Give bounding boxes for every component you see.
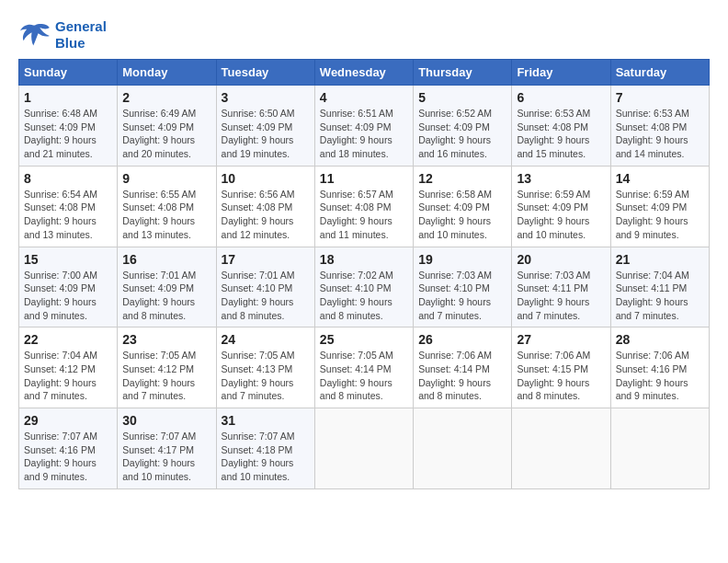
day-number: 1 bbox=[24, 90, 112, 105]
calendar-cell bbox=[610, 408, 709, 489]
day-number: 28 bbox=[616, 332, 704, 347]
calendar-cell: 8 Sunrise: 6:54 AMSunset: 4:08 PMDayligh… bbox=[19, 166, 118, 247]
calendar-cell: 27 Sunrise: 7:06 AMSunset: 4:15 PMDaylig… bbox=[512, 327, 610, 408]
day-info: Sunrise: 6:50 AMSunset: 4:09 PMDaylight:… bbox=[222, 108, 295, 159]
logo-icon bbox=[18, 21, 51, 49]
weekday-header-thursday: Thursday bbox=[414, 60, 512, 86]
calendar-cell: 1 Sunrise: 6:48 AMSunset: 4:09 PMDayligh… bbox=[19, 86, 118, 167]
day-info: Sunrise: 7:03 AMSunset: 4:10 PMDaylight:… bbox=[418, 270, 492, 321]
day-info: Sunrise: 7:03 AMSunset: 4:11 PMDaylight:… bbox=[517, 270, 590, 321]
calendar-cell: 24 Sunrise: 7:05 AMSunset: 4:13 PMDaylig… bbox=[216, 327, 314, 408]
day-number: 23 bbox=[122, 332, 210, 347]
weekday-header-wednesday: Wednesday bbox=[314, 60, 413, 86]
calendar-cell: 7 Sunrise: 6:53 AMSunset: 4:08 PMDayligh… bbox=[610, 86, 709, 167]
calendar-cell: 14 Sunrise: 6:59 AMSunset: 4:09 PMDaylig… bbox=[610, 166, 709, 247]
calendar-cell bbox=[314, 408, 413, 489]
calendar-cell: 29 Sunrise: 7:07 AMSunset: 4:16 PMDaylig… bbox=[19, 408, 118, 489]
day-number: 15 bbox=[24, 252, 112, 267]
calendar-cell: 16 Sunrise: 7:01 AMSunset: 4:09 PMDaylig… bbox=[118, 247, 216, 327]
day-info: Sunrise: 7:04 AMSunset: 4:11 PMDaylight:… bbox=[616, 270, 689, 321]
calendar-body: 1 Sunrise: 6:48 AMSunset: 4:09 PMDayligh… bbox=[19, 86, 710, 489]
day-info: Sunrise: 6:59 AMSunset: 4:09 PMDaylight:… bbox=[616, 189, 689, 240]
header: General Blue bbox=[18, 18, 710, 52]
weekday-header-row: SundayMondayTuesdayWednesdayThursdayFrid… bbox=[19, 60, 710, 86]
day-info: Sunrise: 6:55 AMSunset: 4:08 PMDaylight:… bbox=[122, 189, 196, 240]
calendar-cell: 25 Sunrise: 7:05 AMSunset: 4:14 PMDaylig… bbox=[314, 327, 413, 408]
calendar-cell: 4 Sunrise: 6:51 AMSunset: 4:09 PMDayligh… bbox=[314, 86, 413, 167]
day-number: 19 bbox=[418, 252, 506, 267]
day-info: Sunrise: 6:58 AMSunset: 4:09 PMDaylight:… bbox=[418, 189, 492, 240]
day-number: 7 bbox=[616, 90, 704, 105]
calendar-cell bbox=[512, 408, 610, 489]
day-info: Sunrise: 6:53 AMSunset: 4:08 PMDaylight:… bbox=[517, 108, 590, 159]
day-number: 10 bbox=[222, 171, 310, 186]
calendar-cell: 20 Sunrise: 7:03 AMSunset: 4:11 PMDaylig… bbox=[512, 247, 610, 327]
week-row-1: 1 Sunrise: 6:48 AMSunset: 4:09 PMDayligh… bbox=[19, 86, 710, 167]
day-info: Sunrise: 7:07 AMSunset: 4:17 PMDaylight:… bbox=[122, 431, 196, 482]
calendar-cell: 15 Sunrise: 7:00 AMSunset: 4:09 PMDaylig… bbox=[19, 247, 118, 327]
day-number: 9 bbox=[122, 171, 210, 186]
day-number: 14 bbox=[616, 171, 704, 186]
weekday-header-tuesday: Tuesday bbox=[216, 60, 314, 86]
calendar-cell: 31 Sunrise: 7:07 AMSunset: 4:18 PMDaylig… bbox=[216, 408, 314, 489]
day-number: 29 bbox=[24, 413, 112, 428]
logo: General Blue bbox=[18, 18, 107, 52]
day-info: Sunrise: 6:54 AMSunset: 4:08 PMDaylight:… bbox=[24, 189, 97, 240]
day-number: 8 bbox=[24, 171, 112, 186]
day-info: Sunrise: 7:06 AMSunset: 4:16 PMDaylight:… bbox=[616, 350, 689, 401]
calendar-cell: 23 Sunrise: 7:05 AMSunset: 4:12 PMDaylig… bbox=[118, 327, 216, 408]
day-number: 16 bbox=[122, 252, 210, 267]
day-info: Sunrise: 7:01 AMSunset: 4:09 PMDaylight:… bbox=[122, 270, 196, 321]
calendar-cell: 19 Sunrise: 7:03 AMSunset: 4:10 PMDaylig… bbox=[414, 247, 512, 327]
day-info: Sunrise: 7:02 AMSunset: 4:10 PMDaylight:… bbox=[320, 270, 393, 321]
day-number: 2 bbox=[122, 90, 210, 105]
day-number: 4 bbox=[320, 90, 408, 105]
calendar-cell: 26 Sunrise: 7:06 AMSunset: 4:14 PMDaylig… bbox=[414, 327, 512, 408]
day-number: 20 bbox=[517, 252, 605, 267]
day-info: Sunrise: 7:06 AMSunset: 4:15 PMDaylight:… bbox=[517, 350, 590, 401]
day-info: Sunrise: 7:00 AMSunset: 4:09 PMDaylight:… bbox=[24, 270, 97, 321]
day-number: 22 bbox=[24, 332, 112, 347]
day-info: Sunrise: 7:05 AMSunset: 4:13 PMDaylight:… bbox=[222, 350, 295, 401]
day-info: Sunrise: 7:05 AMSunset: 4:14 PMDaylight:… bbox=[320, 350, 393, 401]
calendar-cell: 17 Sunrise: 7:01 AMSunset: 4:10 PMDaylig… bbox=[216, 247, 314, 327]
day-info: Sunrise: 7:06 AMSunset: 4:14 PMDaylight:… bbox=[418, 350, 492, 401]
day-info: Sunrise: 6:59 AMSunset: 4:09 PMDaylight:… bbox=[517, 189, 590, 240]
weekday-header-saturday: Saturday bbox=[610, 60, 709, 86]
calendar-cell: 22 Sunrise: 7:04 AMSunset: 4:12 PMDaylig… bbox=[19, 327, 118, 408]
calendar-cell: 6 Sunrise: 6:53 AMSunset: 4:08 PMDayligh… bbox=[512, 86, 610, 167]
day-number: 17 bbox=[222, 252, 310, 267]
calendar-cell: 21 Sunrise: 7:04 AMSunset: 4:11 PMDaylig… bbox=[610, 247, 709, 327]
calendar-cell: 11 Sunrise: 6:57 AMSunset: 4:08 PMDaylig… bbox=[314, 166, 413, 247]
day-number: 21 bbox=[616, 252, 704, 267]
day-info: Sunrise: 7:04 AMSunset: 4:12 PMDaylight:… bbox=[24, 350, 97, 401]
calendar-cell: 9 Sunrise: 6:55 AMSunset: 4:08 PMDayligh… bbox=[118, 166, 216, 247]
day-number: 13 bbox=[517, 171, 605, 186]
day-info: Sunrise: 6:49 AMSunset: 4:09 PMDaylight:… bbox=[122, 108, 196, 159]
weekday-header-friday: Friday bbox=[512, 60, 610, 86]
week-row-4: 22 Sunrise: 7:04 AMSunset: 4:12 PMDaylig… bbox=[19, 327, 710, 408]
calendar-cell: 2 Sunrise: 6:49 AMSunset: 4:09 PMDayligh… bbox=[118, 86, 216, 167]
day-number: 18 bbox=[320, 252, 408, 267]
calendar-cell: 13 Sunrise: 6:59 AMSunset: 4:09 PMDaylig… bbox=[512, 166, 610, 247]
day-number: 31 bbox=[222, 413, 310, 428]
day-info: Sunrise: 6:53 AMSunset: 4:08 PMDaylight:… bbox=[616, 108, 689, 159]
week-row-3: 15 Sunrise: 7:00 AMSunset: 4:09 PMDaylig… bbox=[19, 247, 710, 327]
day-number: 26 bbox=[418, 332, 506, 347]
weekday-header-sunday: Sunday bbox=[19, 60, 118, 86]
calendar-cell: 28 Sunrise: 7:06 AMSunset: 4:16 PMDaylig… bbox=[610, 327, 709, 408]
day-info: Sunrise: 7:07 AMSunset: 4:16 PMDaylight:… bbox=[24, 431, 97, 482]
day-number: 24 bbox=[222, 332, 310, 347]
calendar-cell bbox=[414, 408, 512, 489]
day-info: Sunrise: 7:01 AMSunset: 4:10 PMDaylight:… bbox=[222, 270, 295, 321]
weekday-header-monday: Monday bbox=[118, 60, 216, 86]
day-info: Sunrise: 7:05 AMSunset: 4:12 PMDaylight:… bbox=[122, 350, 196, 401]
day-info: Sunrise: 6:51 AMSunset: 4:09 PMDaylight:… bbox=[320, 108, 393, 159]
day-info: Sunrise: 6:57 AMSunset: 4:08 PMDaylight:… bbox=[320, 189, 393, 240]
day-number: 25 bbox=[320, 332, 408, 347]
day-info: Sunrise: 6:48 AMSunset: 4:09 PMDaylight:… bbox=[24, 108, 97, 159]
calendar-cell: 5 Sunrise: 6:52 AMSunset: 4:09 PMDayligh… bbox=[414, 86, 512, 167]
logo-text: General Blue bbox=[55, 18, 107, 52]
day-number: 30 bbox=[122, 413, 210, 428]
day-number: 5 bbox=[418, 90, 506, 105]
